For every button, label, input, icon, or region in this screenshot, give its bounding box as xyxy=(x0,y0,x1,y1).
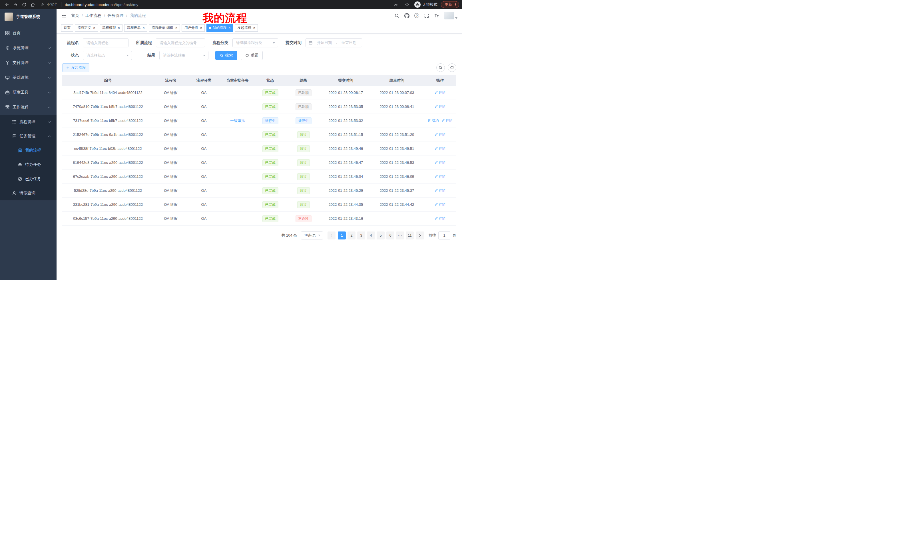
action-detail-link[interactable]: 详情 xyxy=(435,132,446,137)
pagination-page-11[interactable]: 11 xyxy=(406,232,414,240)
browser-back-button[interactable] xyxy=(3,1,11,8)
process-name-input[interactable] xyxy=(83,38,129,47)
action-cancel-link[interactable]: 取消 xyxy=(428,118,439,123)
cell-submit-time: 2022-01-22 23:49:46 xyxy=(321,142,370,156)
sidebar-item-done-tasks[interactable]: 已办任务 xyxy=(0,172,57,186)
sidebar-item-infrastructure[interactable]: 基础设施 xyxy=(0,70,57,85)
action-detail-link[interactable]: 详情 xyxy=(435,216,446,221)
reset-button[interactable]: 重置 xyxy=(241,51,263,60)
action-detail-link[interactable]: 详情 xyxy=(435,174,446,179)
sidebar-item-task-manage[interactable]: 任务管理 xyxy=(0,129,57,143)
page-size-select[interactable]: 10条/页 xyxy=(301,232,323,240)
action-detail-link[interactable]: 详情 xyxy=(435,202,446,207)
goto-page-input[interactable] xyxy=(438,232,450,240)
address-bar[interactable]: dashboard.yudao.iocoder.cn/bpm/task/my xyxy=(65,3,138,7)
action-detail-link[interactable]: 详情 xyxy=(435,188,446,193)
security-chip[interactable]: 不安全 xyxy=(40,2,58,7)
status-select[interactable]: 请选择状态 xyxy=(83,51,132,60)
pagination-page-2[interactable]: 2 xyxy=(348,232,356,240)
result-select[interactable]: 请选择流结果 xyxy=(159,51,208,60)
pagination-page-5[interactable]: 5 xyxy=(376,232,385,240)
close-icon[interactable]: × xyxy=(253,26,255,30)
sidebar-item-todo-tasks[interactable]: 待办任务 xyxy=(0,157,57,172)
breadcrumb-item[interactable]: 工作流程 xyxy=(86,13,101,18)
cell-id: 3ad174fb-7b9d-11ec-8404-acde48001122 xyxy=(62,85,154,100)
cell-current-task xyxy=(220,127,255,142)
refresh-table-button[interactable] xyxy=(448,63,456,72)
password-key-icon[interactable] xyxy=(392,1,399,8)
pagination-page-6[interactable]: 6 xyxy=(386,232,394,240)
github-icon[interactable] xyxy=(404,13,410,18)
submit-time-range-picker[interactable]: 开始日期 - 结束日期 xyxy=(306,38,362,47)
sidebar-fold-icon[interactable] xyxy=(61,13,66,18)
browser-home-button[interactable] xyxy=(28,1,36,8)
devtools-icon xyxy=(5,90,10,95)
next-page-button[interactable] xyxy=(416,232,424,240)
update-button[interactable]: 更新 xyxy=(441,1,459,8)
tab-start-process[interactable]: 发起流程× xyxy=(235,24,258,32)
search-icon[interactable] xyxy=(394,13,399,18)
edit-pen-icon xyxy=(441,119,445,122)
sidebar-item-label: 我的流程 xyxy=(25,148,41,153)
pagination-ellipsis-icon[interactable]: ··· xyxy=(396,232,404,240)
user-avatar[interactable] xyxy=(444,12,458,19)
action-detail-link[interactable]: 详情 xyxy=(435,90,446,95)
sidebar-item-home[interactable]: 首页 xyxy=(0,26,57,40)
status-badge: 已完成 xyxy=(262,159,278,166)
create-process-button[interactable]: 发起流程 xyxy=(62,63,89,72)
close-icon[interactable]: × xyxy=(93,26,95,30)
plus-icon xyxy=(66,66,70,70)
prev-page-button[interactable] xyxy=(327,232,336,240)
action-detail-link[interactable]: 详情 xyxy=(441,118,453,123)
pagination-page-3[interactable]: 3 xyxy=(357,232,365,240)
current-task-link[interactable]: 一级审批 xyxy=(230,118,245,123)
sidebar-item-system[interactable]: 系统管理 xyxy=(0,40,57,55)
fullscreen-icon[interactable] xyxy=(424,13,429,18)
filter-label-category: 流程分类 xyxy=(212,40,228,45)
sidebar-item-devtools[interactable]: 研发工具 xyxy=(0,85,57,100)
update-label: 更新 xyxy=(445,2,452,7)
pagination-page-1[interactable]: 1 xyxy=(338,232,346,240)
sidebar-item-label: 已办任务 xyxy=(25,177,41,181)
toggle-search-button[interactable] xyxy=(436,63,445,72)
sidebar-item-my-process[interactable]: 我的流程 xyxy=(0,143,57,157)
action-detail-link[interactable]: 详情 xyxy=(435,104,446,109)
cell-actions: 详情 xyxy=(424,156,456,169)
close-icon[interactable]: × xyxy=(200,26,202,30)
close-icon[interactable]: × xyxy=(118,26,120,30)
tab-label: 流程模型 xyxy=(102,25,116,30)
search-button[interactable]: 搜索 xyxy=(215,51,237,60)
cell-actions: 详情 xyxy=(424,142,456,156)
sidebar-item-process-manage[interactable]: 流程管理 xyxy=(0,115,57,129)
tab-process-form[interactable]: 流程表单× xyxy=(124,24,147,32)
tab-user-group[interactable]: 用户分组× xyxy=(182,24,205,32)
pagination-page-4[interactable]: 4 xyxy=(367,232,375,240)
sidebar-item-workflow[interactable]: 工作流程 xyxy=(0,100,57,115)
process-definition-input[interactable] xyxy=(156,38,205,47)
close-icon[interactable]: × xyxy=(228,26,231,30)
font-size-icon[interactable] xyxy=(434,13,439,18)
chevron-down-icon xyxy=(48,61,51,64)
sidebar-item-leave-query[interactable]: 请假查询 xyxy=(0,186,57,201)
action-detail-link[interactable]: 详情 xyxy=(435,160,446,165)
close-icon[interactable]: × xyxy=(142,26,145,30)
category-select[interactable]: 请选择流程分类 xyxy=(232,38,278,47)
tab-my-process[interactable]: 我的流程× xyxy=(207,24,233,32)
sidebar-item-payment[interactable]: 支付管理 xyxy=(0,55,57,70)
tab-home[interactable]: 首页 xyxy=(61,24,73,32)
done-icon xyxy=(18,177,22,181)
tab-process-model[interactable]: 流程模型× xyxy=(100,24,123,32)
cell-category: OA xyxy=(188,169,220,184)
tab-process-definition[interactable]: 流程定义× xyxy=(75,24,98,32)
help-icon[interactable] xyxy=(414,13,419,18)
browser-forward-button[interactable] xyxy=(11,1,20,8)
breadcrumb-item[interactable]: 首页 xyxy=(71,13,79,18)
browser-reload-button[interactable] xyxy=(20,1,28,8)
tab-process-form-edit[interactable]: 流程表单-编辑× xyxy=(149,24,180,32)
breadcrumb-item[interactable]: 任务管理 xyxy=(108,13,124,18)
cell-current-task xyxy=(220,211,255,226)
refresh-icon xyxy=(245,54,249,57)
action-detail-link[interactable]: 详情 xyxy=(435,146,446,151)
bookmark-star-icon[interactable] xyxy=(403,1,411,8)
close-icon[interactable]: × xyxy=(176,26,178,30)
